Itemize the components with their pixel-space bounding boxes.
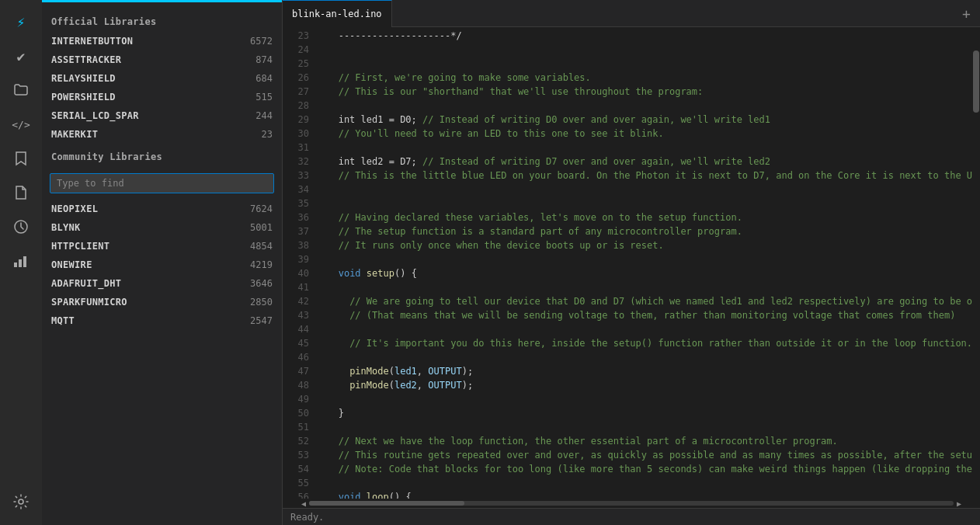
official-libs-list: INTERNETBUTTON6572ASSETTRACKER874RELAYSH… (42, 32, 282, 144)
lib-name: ONEWIRE (51, 259, 92, 270)
line-number: 46 (283, 350, 309, 364)
code-content[interactable]: --------------------*/ // First, we're g… (314, 27, 972, 499)
chart-btn[interactable] (5, 245, 36, 276)
lib-count: 515 (255, 92, 273, 103)
official-section-title: Official Libraries (42, 9, 282, 32)
line-number: 23 (283, 29, 309, 43)
lib-item[interactable]: ASSETTRACKER874 (42, 50, 282, 69)
community-search-input[interactable] (50, 173, 274, 193)
lib-item[interactable]: BLYNK5001 (42, 218, 282, 237)
lightning-btn[interactable]: ⚡ (5, 6, 36, 37)
lib-item[interactable]: SERIAL_LCD_SPAR244 (42, 106, 282, 125)
line-number: 33 (283, 169, 309, 183)
line-number: 28 (283, 99, 309, 113)
lib-count: 23 (262, 129, 273, 140)
line-number: 38 (283, 238, 309, 252)
editor-scrollbar-thumb (973, 50, 979, 113)
lib-count: 684 (255, 73, 273, 84)
tab-blink[interactable]: blink-an-led.ino (283, 0, 392, 27)
code-editor: 2324252627282930313233343536373839404142… (283, 27, 980, 499)
line-number: 48 (283, 378, 309, 392)
add-tab-btn[interactable]: + (953, 0, 980, 27)
scroll-left-arrow[interactable]: ◀ (298, 499, 309, 508)
bookmark-btn[interactable] (5, 143, 36, 174)
line-number: 41 (283, 280, 309, 294)
code-line (321, 322, 972, 336)
folder-btn[interactable] (5, 75, 36, 106)
code-line (321, 420, 972, 434)
code-line (321, 350, 972, 364)
svg-point-4 (19, 499, 23, 504)
line-number: 24 (283, 43, 309, 57)
editor-area: blink-an-led.ino + 232425262728293031323… (283, 0, 980, 525)
code-line: // (That means that we will be sending v… (321, 308, 972, 322)
lib-item[interactable]: RELAYSHIELD684 (42, 69, 282, 88)
code-line: pinMode(led1, OUTPUT); (321, 364, 972, 378)
line-number: 39 (283, 252, 309, 266)
editor-vertical-scrollbar[interactable] (972, 27, 980, 499)
horizontal-scrollbar[interactable]: ◀ ▶ (283, 499, 980, 508)
lib-name: NEOPIXEL (51, 203, 98, 214)
line-number: 43 (283, 308, 309, 322)
code-line: void setup() { (321, 266, 972, 280)
line-number: 55 (283, 476, 309, 490)
line-number: 53 (283, 448, 309, 462)
lib-count: 2850 (250, 297, 273, 308)
line-number: 45 (283, 336, 309, 350)
gear-btn[interactable] (5, 486, 36, 517)
svg-rect-2 (19, 259, 22, 267)
community-section-title: Community Libraries (42, 144, 282, 167)
line-number: 35 (283, 196, 309, 210)
community-libs-list: NEOPIXEL7624BLYNK5001HTTPCLIENT4854ONEWI… (42, 200, 282, 330)
lib-item[interactable]: MQTT2547 (42, 311, 282, 330)
lib-item[interactable]: NEOPIXEL7624 (42, 200, 282, 218)
line-number: 31 (283, 141, 309, 155)
code-line: // Having declared these variables, let'… (321, 210, 972, 224)
scroll-track[interactable] (309, 501, 954, 506)
lib-name: MAKERKIT (51, 129, 98, 140)
line-number: 52 (283, 434, 309, 448)
lib-item[interactable]: ONEWIRE4219 (42, 256, 282, 274)
code-line: int led1 = D0; // Instead of writing D0 … (321, 113, 972, 127)
lib-item[interactable]: ADAFRUIT_DHT3646 (42, 274, 282, 293)
code-line (321, 196, 972, 210)
line-number: 56 (283, 490, 309, 499)
lib-name: ASSETTRACKER (51, 54, 121, 65)
line-number: 42 (283, 294, 309, 308)
code-line (321, 476, 972, 490)
lib-count: 4854 (250, 241, 273, 252)
code-line (321, 252, 972, 266)
lib-count: 874 (255, 54, 273, 65)
line-number: 36 (283, 210, 309, 224)
line-number: 40 (283, 266, 309, 280)
code-line (321, 57, 972, 71)
panel-scroll[interactable]: Official Libraries INTERNETBUTTON6572ASS… (42, 2, 282, 525)
line-number: 49 (283, 392, 309, 406)
status-bar: Ready. (283, 508, 980, 525)
lib-name: RELAYSHIELD (51, 73, 116, 84)
checkmark-btn[interactable]: ✔ (5, 40, 36, 71)
lib-count: 3646 (250, 278, 273, 289)
code-line: // It's important you do this here, insi… (321, 336, 972, 350)
line-number: 44 (283, 322, 309, 336)
lib-item[interactable]: INTERNETBUTTON6572 (42, 32, 282, 50)
lib-item[interactable]: MAKERKIT23 (42, 125, 282, 144)
scroll-right-arrow[interactable]: ▶ (954, 499, 964, 508)
svg-rect-3 (23, 256, 26, 267)
code-line: --------------------*/ (321, 29, 972, 43)
lib-item[interactable]: HTTPCLIENT4854 (42, 237, 282, 256)
icon-sidebar: ⚡ ✔ </> (0, 0, 42, 525)
code-line: // This routine gets repeated over and o… (321, 448, 972, 462)
lib-item[interactable]: POWERSHIELD515 (42, 88, 282, 106)
file-btn[interactable] (5, 177, 36, 208)
lib-item[interactable]: SPARKFUNMICRO2850 (42, 293, 282, 311)
lib-count: 2547 (250, 315, 273, 326)
code-line (321, 392, 972, 406)
clock-btn[interactable] (5, 211, 36, 242)
libraries-panel: Official Libraries INTERNETBUTTON6572ASS… (42, 0, 283, 525)
line-number: 27 (283, 85, 309, 99)
lib-count: 244 (255, 110, 273, 121)
code-line: // The setup function is a standard part… (321, 224, 972, 238)
code-btn[interactable]: </> (5, 109, 36, 140)
code-line: } (321, 406, 972, 420)
